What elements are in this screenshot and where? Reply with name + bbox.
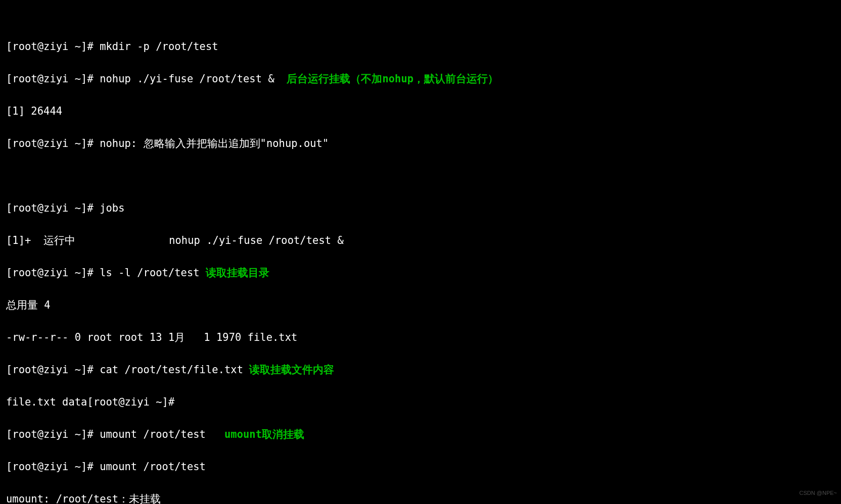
shell-prompt: [root@ziyi ~]# xyxy=(6,364,94,376)
shell-prompt: [root@ziyi ~]# xyxy=(6,73,94,85)
shell-prompt: [root@ziyi ~]# xyxy=(6,428,94,440)
terminal-blank-line xyxy=(6,168,835,184)
terminal-line: 总用量 4 xyxy=(6,297,835,313)
cat-output: file.txt data xyxy=(6,396,87,408)
umount-output: umount: /root/test：未挂载 xyxy=(6,493,161,504)
shell-prompt: [root@ziyi ~]# xyxy=(6,202,94,214)
command-text: ls -l /root/test xyxy=(100,267,199,279)
terminal-line: [1] 26444 xyxy=(6,103,835,119)
terminal-line: -rw-r--r-- 0 root root 13 1月 1 1970 file… xyxy=(6,329,835,345)
terminal-line: [root@ziyi ~]# nohup: 忽略输入并把输出追加到"nohup.… xyxy=(6,135,835,152)
annotation-readdir: 读取挂载目录 xyxy=(206,267,269,279)
job-output: [1] 26444 xyxy=(6,105,62,117)
terminal-line: [root@ziyi ~]# umount /root/test xyxy=(6,459,835,475)
command-text: jobs xyxy=(100,202,124,214)
ls-total: 总用量 4 xyxy=(6,299,51,311)
watermark-text: CSDN @NPE~ xyxy=(800,485,837,501)
annotation-umount: umount取消挂载 xyxy=(224,428,304,440)
terminal-line: [root@ziyi ~]# ls -l /root/test 读取挂载目录 xyxy=(6,265,835,281)
jobs-output: [1]+ 运行中 nohup ./yi-fuse /root/test & xyxy=(6,234,344,246)
terminal-window[interactable]: [root@ziyi ~]# mkdir -p /root/test [root… xyxy=(0,0,841,504)
shell-prompt: [root@ziyi ~]# xyxy=(87,396,174,408)
shell-prompt: [root@ziyi ~]# xyxy=(6,40,94,53)
terminal-line: [root@ziyi ~]# jobs xyxy=(6,200,835,216)
terminal-line: [root@ziyi ~]# cat /root/test/file.txt 读… xyxy=(6,362,835,378)
terminal-line: umount: /root/test：未挂载 xyxy=(6,491,835,504)
shell-prompt: [root@ziyi ~]# xyxy=(6,137,94,149)
terminal-line: [root@ziyi ~]# mkdir -p /root/test xyxy=(6,38,835,55)
terminal-line: [root@ziyi ~]# umount /root/test umount取… xyxy=(6,426,835,442)
shell-prompt: [root@ziyi ~]# xyxy=(6,267,94,279)
annotation-readfile: 读取挂载文件内容 xyxy=(249,364,334,376)
nohup-message: nohup: 忽略输入并把输出追加到"nohup.out" xyxy=(100,137,329,149)
annotation-nohup: 后台运行挂载（不加nohup，默认前台运行） xyxy=(287,73,498,85)
command-text: nohup ./yi-fuse /root/test & xyxy=(100,73,274,85)
command-text: umount /root/test xyxy=(100,428,206,440)
command-text: cat /root/test/file.txt xyxy=(100,364,243,376)
terminal-line: [1]+ 运行中 nohup ./yi-fuse /root/test & xyxy=(6,232,835,248)
terminal-line: [root@ziyi ~]# nohup ./yi-fuse /root/tes… xyxy=(6,71,835,87)
shell-prompt: [root@ziyi ~]# xyxy=(6,461,94,473)
terminal-line: file.txt data[root@ziyi ~]# xyxy=(6,394,835,410)
command-text: umount /root/test xyxy=(100,461,206,473)
ls-row: -rw-r--r-- 0 root root 13 1月 1 1970 file… xyxy=(6,331,297,343)
command-text: mkdir -p /root/test xyxy=(100,40,218,53)
